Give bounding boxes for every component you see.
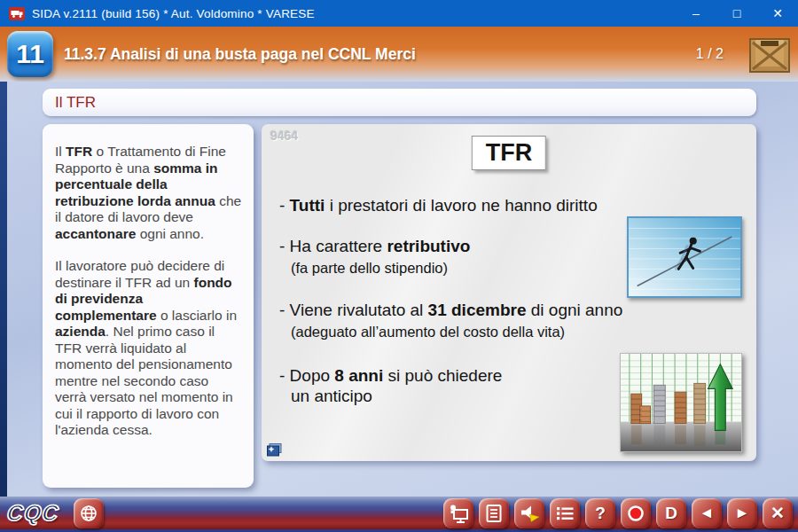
presentation-button[interactable] <box>443 498 473 528</box>
speaker-icon <box>518 502 541 525</box>
maximize-button[interactable]: □ <box>716 0 757 27</box>
bullet-item: - Ha carattere retributivo (fa parte del… <box>279 236 634 278</box>
prev-icon: ◄ <box>700 505 715 522</box>
bullet-item: - Dopo 8 anni si può chiedere un anticip… <box>279 365 598 406</box>
section-heading-bar: Il TFR <box>43 89 756 116</box>
slideshow-mini-icon[interactable] <box>267 443 282 457</box>
sidebar-paragraph: Il TFR o Trattamento di Fine Rapporto è … <box>55 144 242 242</box>
close-icon: ✕ <box>771 503 785 523</box>
presentation-icon <box>447 502 470 525</box>
sidebar-panel: Il TFR o Trattamento di Fine Rapporto è … <box>43 124 254 488</box>
close-window-button[interactable]: ✕ <box>757 0 798 27</box>
bullet-subtext: (adeguato all’aumento del costo della vi… <box>279 322 749 342</box>
section-heading: Il TFR <box>55 94 96 112</box>
lesson-title: 11.3.7 Analisi di una busta paga nel CCN… <box>64 45 696 64</box>
sidebar-paragraph: Il lavoratore può decidere di destinare … <box>55 258 242 439</box>
index-list-button[interactable] <box>550 498 580 528</box>
bullet-text: - Dopo 8 anni si può chiedere <box>279 365 598 386</box>
text-page-button[interactable] <box>479 498 509 528</box>
left-border-strip <box>0 82 7 497</box>
slide-number: 9464 <box>270 129 298 143</box>
window-controls: – □ ✕ <box>676 0 798 27</box>
audio-button[interactable] <box>514 498 544 528</box>
dictionary-button[interactable]: D <box>656 498 686 528</box>
page-indicator: 1 / 2 <box>696 46 724 62</box>
bullet-subtext: (fa parte dello stipendio) <box>279 258 634 278</box>
crate-icon[interactable] <box>748 33 791 75</box>
title-bar: SIDA v.2111 (build 156) * Aut. Voldomino… <box>0 0 798 27</box>
record-button[interactable] <box>621 498 651 528</box>
close-lesson-button[interactable]: ✕ <box>763 498 793 528</box>
bullet-text-line2: un anticipo <box>279 386 598 406</box>
document-icon <box>482 502 505 525</box>
minimize-button[interactable]: – <box>676 0 716 27</box>
globe-button[interactable] <box>74 498 104 528</box>
app-window: SIDA v.2111 (build 156) * Aut. Voldomino… <box>0 0 798 532</box>
bullet-item: - Tutti i prestatori di lavoro ne hanno … <box>279 195 749 215</box>
chapter-badge: 11 <box>7 31 53 77</box>
next-button[interactable]: ► <box>727 498 757 528</box>
record-icon <box>624 502 647 525</box>
globe-icon <box>78 503 99 524</box>
window-title: SIDA v.2111 (build 156) * Aut. Voldomino… <box>32 7 315 20</box>
list-icon <box>553 502 576 525</box>
slide-panel: 9464 TFR - Tutti i prestatori di lavoro … <box>262 124 756 461</box>
coins-growth-image <box>620 353 742 452</box>
help-icon: ? <box>595 504 606 523</box>
slide-title-box: TFR <box>472 136 546 170</box>
truck-app-icon <box>9 7 25 20</box>
bullet-text: - Ha carattere retributivo <box>279 236 634 256</box>
dictionary-icon: D <box>665 504 677 523</box>
content-area: Il TFR Il TFR o Trattamento di Fine Rapp… <box>0 82 798 497</box>
bullet-text: - Tutti i prestatori di lavoro ne hanno … <box>279 195 749 215</box>
bullet-text: - Viene rivalutato al 31 dicembre di ogn… <box>279 300 749 320</box>
tightrope-walker-image <box>627 216 742 298</box>
prev-button[interactable]: ◄ <box>692 498 722 528</box>
help-button[interactable]: ? <box>585 498 615 528</box>
next-icon: ► <box>735 505 750 522</box>
player-toolbar: CQC <box>0 497 798 532</box>
lesson-header: 11 11.3.7 Analisi di una busta paga nel … <box>0 27 798 82</box>
bullet-item: - Viene rivalutato al 31 dicembre di ogn… <box>279 300 749 342</box>
cqc-logo: CQC <box>5 500 60 526</box>
